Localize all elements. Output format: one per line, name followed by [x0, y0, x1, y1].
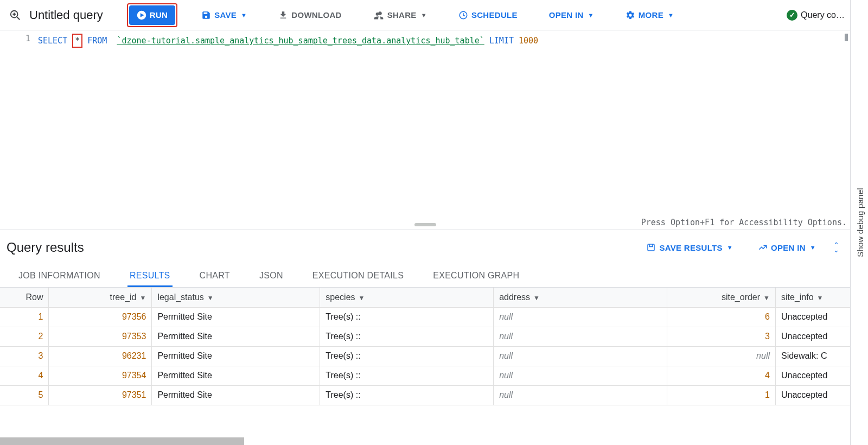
query-icon	[9, 9, 22, 22]
svg-line-1	[17, 16, 20, 20]
cell: Unaccepted	[775, 307, 850, 327]
chevron-down-icon: ▼	[359, 294, 365, 302]
cell: 97354	[49, 366, 152, 385]
cell: 97351	[49, 385, 152, 405]
sql-editor[interactable]: 1 SELECT * FROM `dzone-tutorial.sample_a…	[0, 30, 850, 230]
cell: 4	[0, 366, 49, 385]
cell: Permitted Site	[152, 346, 320, 366]
results-open-in-button[interactable]: OPEN IN▼	[750, 238, 824, 257]
chevron-down-icon: ▼	[207, 294, 214, 302]
col-header-tree_id[interactable]: tree_id▼	[49, 288, 152, 307]
cell: Tree(s) ::	[320, 346, 494, 366]
star-highlight: *	[72, 34, 82, 48]
cell: 96231	[49, 346, 152, 366]
share-button[interactable]: SHARE▼	[366, 5, 435, 25]
tab-execution-graph[interactable]: EXECUTION GRAPH	[431, 271, 521, 287]
cell: Permitted Site	[152, 385, 320, 405]
col-header-row[interactable]: Row	[0, 288, 49, 307]
tab-job-information[interactable]: JOB INFORMATION	[16, 271, 103, 287]
cell: null	[494, 346, 667, 366]
chevron-down-icon: ▼	[810, 244, 816, 251]
chevron-down-icon: ▼	[727, 244, 733, 251]
chevron-down-icon: ▼	[817, 294, 824, 302]
chevron-down-icon: ▼	[763, 294, 770, 302]
horizontal-scrollbar[interactable]	[0, 437, 244, 445]
check-icon: ✓	[787, 10, 797, 21]
cell: Tree(s) ::	[320, 327, 494, 346]
run-button-highlight: RUN	[127, 3, 177, 27]
cell: Unaccepted	[775, 327, 850, 346]
cell: 1	[0, 307, 49, 327]
results-table: Rowtree_id▼legal_status▼species▼address▼…	[0, 288, 850, 405]
cell: null	[667, 346, 776, 366]
cell: Unaccepted	[775, 385, 850, 405]
share-icon	[373, 10, 384, 21]
results-table-wrap[interactable]: Rowtree_id▼legal_status▼species▼address▼…	[0, 288, 850, 445]
more-button[interactable]: MORE▼	[618, 5, 681, 25]
cell: null	[494, 385, 667, 405]
tab-json[interactable]: JSON	[257, 271, 285, 287]
expand-collapse-button[interactable]: ⌃⌄	[833, 243, 839, 252]
tab-execution-details[interactable]: EXECUTION DETAILS	[310, 271, 406, 287]
col-header-species[interactable]: species▼	[320, 288, 494, 307]
cell: Unaccepted	[775, 366, 850, 385]
table-row: 497354Permitted SiteTree(s) ::null4Unacc…	[0, 366, 850, 385]
results-tabs: JOB INFORMATIONRESULTSCHARTJSONEXECUTION…	[0, 263, 850, 288]
toolbar: Untitled query RUN SAVE▼ DOWNLOAD SHARE▼…	[0, 0, 850, 30]
tab-results[interactable]: RESULTS	[127, 271, 173, 287]
chevron-down-icon: ▼	[140, 294, 146, 302]
cell: Tree(s) ::	[320, 385, 494, 405]
save-button[interactable]: SAVE▼	[194, 5, 254, 25]
cell: Permitted Site	[152, 327, 320, 346]
chevron-down-icon: ▼	[588, 12, 594, 18]
run-label: RUN	[150, 10, 168, 20]
schedule-button[interactable]: SCHEDULE	[451, 5, 525, 25]
table-row: 297353Permitted SiteTree(s) ::null3Unacc…	[0, 327, 850, 346]
table-row: 396231Permitted SiteTree(s) ::nullnullSi…	[0, 346, 850, 366]
cell: Sidewalk: C	[775, 346, 850, 366]
query-status: ✓ Query co…	[787, 10, 845, 21]
show-debug-panel-tab[interactable]: Show debug panel	[852, 182, 868, 262]
col-header-site_info[interactable]: site_info▼	[775, 288, 850, 307]
clock-icon	[458, 10, 468, 20]
gear-icon	[626, 10, 635, 20]
panel-resize-handle[interactable]	[414, 223, 436, 226]
cell: 97353	[49, 327, 152, 346]
open-in-button[interactable]: OPEN IN▼	[541, 5, 602, 25]
cell: 3	[0, 346, 49, 366]
cell: Permitted Site	[152, 307, 320, 327]
tab-chart[interactable]: CHART	[197, 271, 232, 287]
results-header: Query results SAVE RESULTS▼ OPEN IN▼ ⌃⌄	[0, 230, 850, 263]
minimap-overview	[845, 34, 848, 41]
cell: 3	[667, 327, 776, 346]
line-gutter: 1	[0, 30, 38, 230]
query-title: Untitled query	[29, 8, 103, 22]
results-title: Query results	[7, 240, 84, 255]
cell: 2	[0, 327, 49, 346]
play-icon	[137, 10, 146, 20]
cell: null	[494, 366, 667, 385]
chevron-down-icon: ▼	[533, 294, 540, 302]
cell: null	[494, 327, 667, 346]
chevron-down-icon: ▼	[421, 12, 427, 18]
col-header-address[interactable]: address▼	[494, 288, 667, 307]
save-icon	[201, 10, 211, 20]
download-icon	[278, 10, 288, 20]
download-button[interactable]: DOWNLOAD	[271, 5, 349, 25]
svg-rect-7	[648, 244, 654, 251]
col-header-site_order[interactable]: site_order▼	[667, 288, 776, 307]
cell: null	[494, 307, 667, 327]
accessibility-hint: Press Option+F1 for Accessibility Option…	[641, 218, 847, 227]
cell: 97356	[49, 307, 152, 327]
cell: Tree(s) ::	[320, 366, 494, 385]
run-button[interactable]: RUN	[129, 5, 175, 25]
sql-code[interactable]: SELECT * FROM `dzone-tutorial.sample_ana…	[38, 30, 542, 230]
chevron-down-icon: ▼	[668, 12, 674, 18]
save-icon	[646, 243, 656, 252]
cell: Tree(s) ::	[320, 307, 494, 327]
chevron-down-icon: ▼	[241, 12, 247, 18]
save-results-button[interactable]: SAVE RESULTS▼	[639, 238, 741, 257]
cell: Permitted Site	[152, 366, 320, 385]
table-row: 197356Permitted SiteTree(s) ::null6Unacc…	[0, 307, 850, 327]
col-header-legal_status[interactable]: legal_status▼	[152, 288, 320, 307]
